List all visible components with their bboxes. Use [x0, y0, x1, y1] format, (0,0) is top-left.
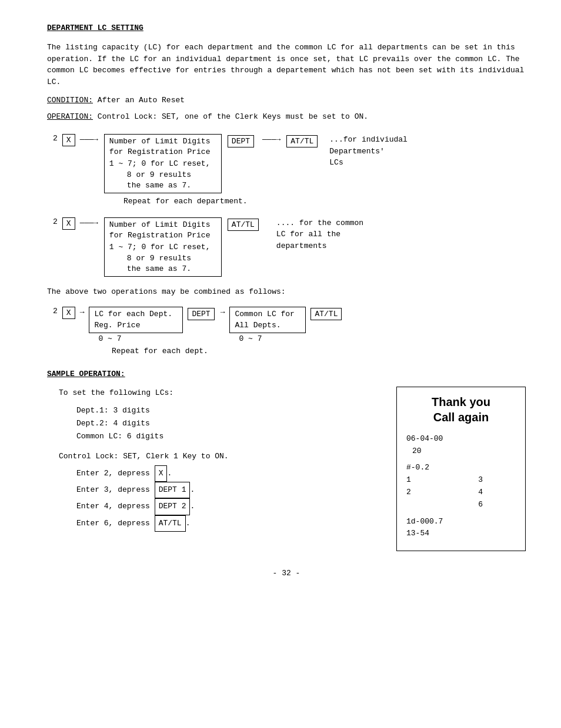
sample-title: SAMPLE OPERATION: — [47, 370, 526, 378]
diagram2-number: 2 — [53, 217, 58, 226]
combined-number: 2 — [53, 307, 58, 316]
receipt-line6: 6 — [406, 499, 483, 511]
receipt-line4: 1 3 — [406, 474, 483, 487]
diagram1-arrow2: ———→ — [262, 135, 280, 144]
diagram2-content-box: Number of Limit Digits for Registration … — [104, 217, 222, 277]
diagram2-arrow: ———→ — [80, 219, 98, 227]
sample-step-4: Enter 6, depress AT/TL. — [76, 515, 379, 532]
receipt-line2: 20 — [412, 445, 516, 458]
combined-box1: LC for each Dept. Reg. Price — [89, 307, 183, 333]
sample-steps: Enter 2, depress X. Enter 3, depress DEP… — [76, 465, 379, 531]
combined-box2-range: 0 ~ 7 — [239, 334, 262, 343]
condition-label: CONDITION: — [47, 96, 93, 105]
receipt-spacer2 — [406, 511, 516, 516]
diagram1-arrow: ———→ — [80, 135, 98, 144]
sample-intro: To set the following LCs: — [59, 387, 379, 400]
combined-box2: Common LC for All Depts. — [229, 307, 306, 333]
combined-diagram: 2 X → LC for each Dept. Reg. Price 0 ~ 7… — [53, 307, 526, 355]
combined-repeat: Repeat for each dept. — [112, 347, 526, 355]
page-title: DEPARTMENT LC SETTING — [47, 24, 526, 32]
body-paragraph: The listing capacity (LC) for each depar… — [47, 42, 526, 88]
condition-line: CONDITION: After an Auto Reset — [47, 95, 526, 106]
operation-label: OPERATION: — [47, 112, 93, 121]
sample-step-3: Enter 4, depress DEPT 2. — [76, 498, 379, 515]
combined-attl-box: AT/TL — [310, 308, 342, 320]
diagram1: 2 X ———→ Number of Limit Digits for Regi… — [53, 133, 526, 206]
combined-intro: The above two operations may be combined… — [47, 286, 526, 298]
receipt-box: Thank you Call again 06-04-00 20 #-0.2 1… — [396, 387, 526, 551]
receipt-spacer1 — [406, 457, 516, 462]
diagram2-side-note: .... for the commonLC for all thedepartm… — [276, 217, 363, 252]
diagram2-attl-box: AT/TL — [228, 219, 259, 231]
sample-items: Dept.1: 3 digits Dept.2: 4 digits Common… — [76, 404, 379, 443]
diagram1-repeat: Repeat for each department. — [123, 197, 526, 206]
sample-item-3: Common LC: 6 digits — [76, 430, 379, 443]
receipt-line8: 13-54 — [406, 528, 516, 540]
diagram1-number: 2 — [53, 134, 58, 143]
combined-dept-box: DEPT — [188, 308, 214, 320]
operation-line: OPERATION: Control Lock: SET, one of the… — [47, 111, 526, 123]
combined-arrow: → — [80, 308, 85, 317]
combined-box1-range: 0 ~ 7 — [98, 334, 121, 343]
sample-layout: To set the following LCs: Dept.1: 3 digi… — [47, 387, 526, 551]
diagram1-attl-box: AT/TL — [286, 135, 318, 147]
sample-item-2: Dept.2: 4 digits — [76, 417, 379, 430]
diagram2: 2 X ———→ Number of Limit Digits for Regi… — [53, 216, 526, 277]
receipt-line7: 1d-000.7 — [406, 516, 516, 528]
sample-step-1: Enter 2, depress X. — [76, 465, 379, 482]
sample-step-2: Enter 3, depress DEPT 1. — [76, 482, 379, 498]
diagram1-dept-box: DEPT — [228, 135, 254, 147]
sample-text: To set the following LCs: Dept.1: 3 digi… — [47, 387, 379, 532]
sample-section: SAMPLE OPERATION: To set the following L… — [47, 370, 526, 551]
operation-text: Control Lock: SET, one of the Clerk Keys… — [98, 112, 368, 121]
diagram1-key-box: X — [62, 134, 75, 146]
condition-text: After an Auto Reset — [98, 96, 185, 105]
receipt-line3: #-0.2 — [406, 462, 516, 474]
page-number: - 32 - — [47, 569, 526, 578]
receipt-body: 06-04-00 20 #-0.2 1 3 2 4 6 1d-000.7 13-… — [406, 433, 516, 540]
sample-steps-intro: Control Lock: SET, Clerk 1 Key to ON. — [59, 450, 379, 463]
diagram1-content-box: Number of Limit Digits for Registration … — [104, 134, 222, 193]
combined-key-box: X — [62, 307, 75, 319]
receipt-line1: 06-04-00 — [406, 433, 516, 445]
sample-item-1: Dept.1: 3 digits — [76, 404, 379, 417]
receipt-header: Thank you Call again — [406, 394, 516, 425]
combined-arrow2: → — [221, 308, 225, 317]
receipt-line5: 2 4 — [406, 487, 483, 499]
diagram2-key-box: X — [62, 217, 75, 230]
diagram1-side-note: ...for indiviudalDepartments'LCs — [329, 134, 408, 169]
